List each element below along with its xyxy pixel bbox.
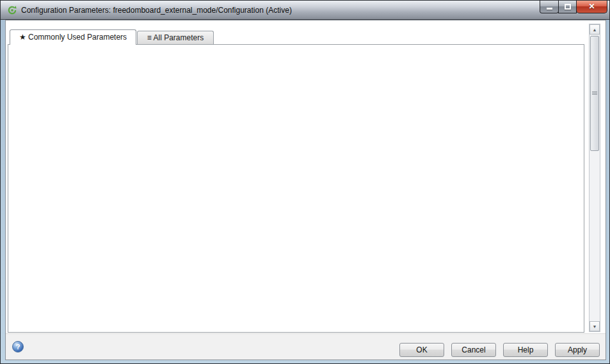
help-icon[interactable]: ?: [12, 341, 24, 352]
footer-bar: ? OKCancelHelpApply: [6, 333, 606, 360]
help-button[interactable]: Help: [503, 343, 548, 357]
list-icon: ≡: [147, 33, 152, 42]
maximize-icon: [565, 4, 571, 10]
tab-all-parameters[interactable]: ≡ All Parameters: [137, 31, 214, 44]
apply-button[interactable]: Apply: [555, 343, 600, 357]
tab-label: All Parameters: [153, 33, 204, 42]
window-title: Configuration Parameters: freedomboard_e…: [21, 6, 292, 15]
minimize-button[interactable]: [540, 1, 559, 13]
scrollbar-thumb[interactable]: [590, 36, 599, 151]
scroll-up-icon[interactable]: ▲: [590, 24, 600, 35]
close-icon: ✕: [577, 2, 607, 11]
tab-commonly-used-parameters[interactable]: ★ Commonly Used Parameters: [10, 29, 136, 45]
thumb-grip: [592, 91, 597, 95]
tab-content-panel: [8, 44, 584, 333]
configuration-parameters-window: Configuration Parameters: freedomboard_e…: [0, 0, 610, 364]
simulink-app-icon: [7, 5, 17, 15]
scroll-down-icon[interactable]: ▼: [590, 321, 600, 331]
window-controls: ✕: [540, 1, 607, 13]
tab-label: Commonly Used Parameters: [28, 33, 127, 42]
cancel-button[interactable]: Cancel: [451, 343, 496, 357]
close-button[interactable]: ✕: [576, 1, 607, 13]
star-icon: ★: [19, 33, 26, 42]
ok-button[interactable]: OK: [399, 343, 444, 357]
footer-buttons: OKCancelHelpApply: [399, 343, 600, 357]
maximize-button[interactable]: [558, 1, 577, 13]
minimize-icon: [547, 8, 552, 10]
title-bar[interactable]: Configuration Parameters: freedomboard_e…: [1, 1, 609, 20]
content-scrollbar[interactable]: ▲ ▼: [589, 24, 600, 332]
